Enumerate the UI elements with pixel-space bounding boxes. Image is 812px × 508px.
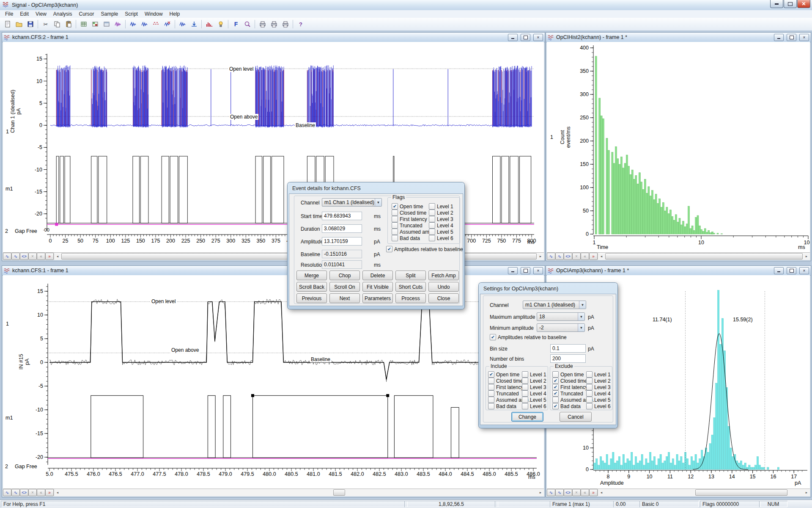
checkbox-icon[interactable]: ✔ xyxy=(488,371,494,378)
fetch-icon[interactable] xyxy=(189,19,199,29)
frame-forward-icon[interactable]: » xyxy=(45,253,54,260)
window-bl-restore-button[interactable] xyxy=(521,267,530,274)
window-tl-titlebar[interactable]: kchann.CFS:2 - frame 1 × xyxy=(2,33,545,42)
change-button[interactable]: Change xyxy=(511,412,543,422)
window-tr-restore-button[interactable] xyxy=(787,34,796,41)
frame-forward-icon[interactable]: » xyxy=(589,489,598,496)
menu-cursor[interactable]: Cursor xyxy=(76,11,98,17)
window-bl-close-button[interactable]: × xyxy=(533,267,543,274)
cut-icon[interactable]: ✂ xyxy=(40,19,51,29)
cursor-trace2-icon[interactable]: ∿ xyxy=(555,253,564,260)
fit-x-icon[interactable]: <> xyxy=(564,489,572,496)
checkbox-icon[interactable] xyxy=(586,371,593,378)
scroll-thumb[interactable] xyxy=(605,253,803,260)
flag-level-4[interactable]: Level 4 xyxy=(429,222,453,229)
field-amplitude[interactable]: 13.170159 xyxy=(322,237,362,246)
cursor-trace2-icon[interactable]: ∿ xyxy=(11,253,20,260)
checkbox-icon[interactable]: ✔ xyxy=(392,203,398,210)
field-start-time[interactable]: 479.683943 xyxy=(322,212,362,220)
checkbox-icon[interactable] xyxy=(552,397,559,403)
window-tl-restore-button[interactable] xyxy=(521,34,530,41)
print-preview-icon[interactable] xyxy=(269,19,279,29)
exclude-level-3[interactable]: Level 3 xyxy=(586,384,611,390)
exclude-level-5[interactable]: Level 5 xyxy=(586,397,611,403)
checkbox-icon[interactable]: ✔ xyxy=(490,334,496,340)
cancel-process-icon[interactable]: × xyxy=(572,253,581,260)
menu-window[interactable]: Window xyxy=(141,11,166,17)
checkbox-icon[interactable]: ✔ xyxy=(552,384,559,390)
frame-forward-icon[interactable]: » xyxy=(45,489,54,496)
wave2-icon[interactable] xyxy=(139,19,150,29)
cancel-process-icon[interactable]: × xyxy=(28,489,37,496)
cancel-button[interactable]: Cancel xyxy=(560,412,592,422)
app-minimize-button[interactable] xyxy=(770,0,783,8)
undo-button[interactable]: Undo xyxy=(428,282,459,292)
fit-x-icon[interactable]: <> xyxy=(20,489,28,496)
window-br-restore-button[interactable] xyxy=(787,267,796,274)
exclude-bad-data[interactable]: ✔Bad data xyxy=(552,403,581,409)
checkbox-icon[interactable] xyxy=(586,403,593,409)
menu-script[interactable]: Script xyxy=(121,11,141,17)
flag-level-6[interactable]: Level 6 xyxy=(429,235,453,241)
amp-relative-checkbox[interactable]: ✔Amplitudes relative to baseline xyxy=(386,246,463,252)
horizontal-scrollbar[interactable]: ◄► xyxy=(54,489,544,496)
cancel-process-icon[interactable]: × xyxy=(28,253,37,260)
exclude-level-1[interactable]: Level 1 xyxy=(586,371,611,378)
checkbox-icon[interactable]: ✔ xyxy=(552,403,559,409)
checkbox-icon[interactable] xyxy=(429,203,435,210)
checkbox-icon[interactable] xyxy=(429,216,435,222)
checkbox-icon[interactable] xyxy=(522,384,528,390)
checkbox-icon[interactable] xyxy=(488,384,494,390)
exclude-first-latency[interactable]: ✔First latency xyxy=(552,384,588,390)
checkbox-icon[interactable] xyxy=(392,235,398,241)
frame-back-icon[interactable]: « xyxy=(581,489,589,496)
checkbox-icon[interactable] xyxy=(586,390,593,397)
merge-button[interactable]: Merge xyxy=(296,271,327,280)
cancel-process-icon[interactable]: × xyxy=(572,489,581,496)
wave-icon[interactable] xyxy=(128,19,138,29)
flag-bad-data[interactable]: Bad data xyxy=(392,235,420,241)
cursor-trace-icon[interactable]: ∿ xyxy=(3,489,11,496)
exclude-level-2[interactable]: Level 2 xyxy=(586,378,611,384)
include-level-2[interactable]: Level 2 xyxy=(522,378,546,384)
checkbox-icon[interactable] xyxy=(429,235,435,241)
delete-button[interactable]: Delete xyxy=(362,271,393,280)
include-truncated[interactable]: Truncated xyxy=(488,390,519,397)
exclude-level-6[interactable]: Level 6 xyxy=(586,403,611,409)
num-bins-field[interactable]: 200 xyxy=(550,354,586,363)
flag-first-latency[interactable]: First latency xyxy=(392,216,427,222)
scroll-back-button[interactable]: Scroll Back xyxy=(296,282,327,292)
checkbox-icon[interactable] xyxy=(488,378,494,384)
scroll-right-icon[interactable]: ► xyxy=(537,489,544,496)
event-details-dialog[interactable]: Event details for kchann.CFS Channelm1 C… xyxy=(288,182,464,309)
min-amplitude-combo[interactable]: -2▼ xyxy=(537,323,585,332)
frame-back-icon[interactable]: « xyxy=(37,253,45,260)
flag-level-1[interactable]: Level 1 xyxy=(429,203,453,210)
fit-x-icon[interactable]: <> xyxy=(564,253,572,260)
checkbox-icon[interactable] xyxy=(552,371,559,378)
scroll-left-icon[interactable]: ◄ xyxy=(598,489,605,496)
histogram-icon[interactable] xyxy=(204,19,214,29)
values-icon[interactable] xyxy=(90,19,100,29)
include-open-time[interactable]: ✔Open time xyxy=(488,371,519,378)
checkbox-icon[interactable] xyxy=(488,397,494,403)
checkbox-icon[interactable] xyxy=(586,384,593,390)
new-icon[interactable] xyxy=(2,19,13,29)
flag-closed-time[interactable]: Closed time xyxy=(392,210,426,216)
window-bl-minimize-button[interactable] xyxy=(508,267,518,274)
save-icon[interactable] xyxy=(25,19,36,29)
bin-size-field[interactable]: 0.1 xyxy=(550,344,586,353)
include-closed-time[interactable]: Closed time xyxy=(488,378,523,384)
include-level-5[interactable]: Level 5 xyxy=(522,397,546,403)
flag-truncated[interactable]: Truncated xyxy=(392,222,422,229)
settings-amp-relative-checkbox[interactable]: ✔Amplitudes relative to baseline xyxy=(490,334,567,340)
include-first-latency[interactable]: First latency xyxy=(488,384,524,390)
wave-x-icon[interactable] xyxy=(162,19,173,29)
checkbox-icon[interactable] xyxy=(488,403,494,409)
scroll-right-icon[interactable]: ► xyxy=(803,253,810,260)
frame-back-icon[interactable]: « xyxy=(581,253,589,260)
include-level-1[interactable]: Level 1 xyxy=(522,371,546,378)
split-button[interactable]: Split xyxy=(395,271,426,280)
checkbox-icon[interactable]: ✔ xyxy=(386,246,392,252)
include-level-4[interactable]: Level 4 xyxy=(522,390,546,397)
